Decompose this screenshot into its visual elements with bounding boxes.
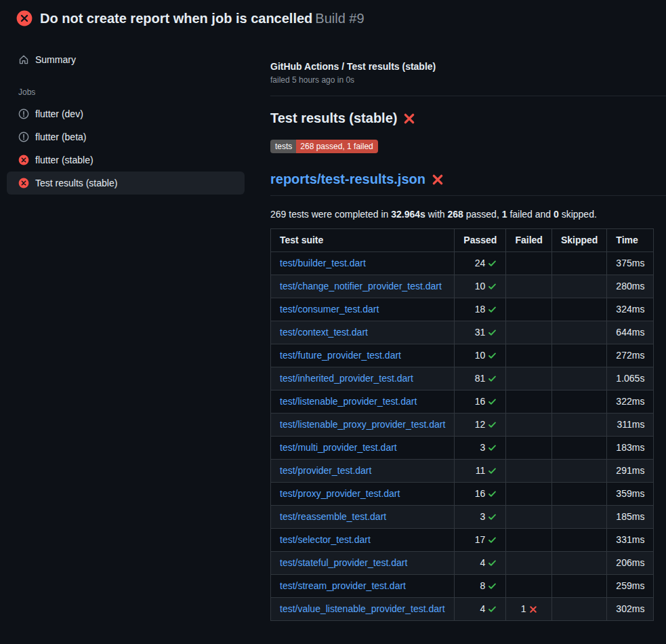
skipped-cell [551, 552, 606, 575]
badge-value: 268 passed, 1 failed [296, 140, 377, 153]
check-icon [488, 374, 497, 383]
sidebar-item-summary[interactable]: Summary [7, 48, 245, 71]
suite-cell: test/builder_test.dart [271, 252, 455, 275]
sidebar-item-test-results-stable[interactable]: Test results (stable) [7, 172, 245, 195]
suite-link[interactable]: test/change_notifier_provider_test.dart [280, 281, 442, 291]
table-row: test/reassemble_test.dart 3 185ms [271, 506, 654, 529]
sidebar-item-flutter-beta[interactable]: flutter (beta) [7, 125, 245, 148]
time-cell: 272ms [607, 344, 654, 367]
badge-label: tests [270, 140, 296, 153]
sidebar-item-label: Test results (stable) [35, 178, 117, 188]
check-icon [488, 328, 497, 337]
failed-cell [506, 252, 551, 275]
table-row: test/inherited_provider_test.dart 81 1.0… [271, 367, 654, 390]
failed-cell [506, 367, 551, 390]
time-cell: 280ms [607, 275, 654, 298]
failed-count: 1 [521, 602, 526, 616]
passed-cell: 12 [455, 414, 506, 437]
passed-count: 16 [475, 395, 486, 409]
failed-cell [506, 437, 551, 460]
col-header-time: Time [607, 229, 654, 252]
suite-cell: test/future_provider_test.dart [271, 344, 455, 367]
suite-link[interactable]: test/stream_provider_test.dart [280, 580, 406, 591]
check-icon [488, 605, 497, 613]
suite-link[interactable]: test/provider_test.dart [280, 465, 371, 476]
passed-cell: 10 [455, 344, 506, 367]
suite-link[interactable]: test/stateful_provider_test.dart [280, 557, 407, 568]
build-title: Do not create report when job is cancell… [40, 11, 312, 26]
table-row: test/change_notifier_provider_test.dart … [271, 275, 654, 298]
suite-link[interactable]: test/future_provider_test.dart [280, 350, 401, 361]
passed-count: 3 [480, 510, 486, 524]
report-title: reports/test-results.json [270, 172, 666, 196]
suite-link[interactable]: test/proxy_provider_test.dart [280, 488, 400, 499]
skipped-cell [551, 321, 606, 344]
skipped-cell [551, 298, 606, 321]
table-row: test/selector_test.dart 17 331ms [271, 529, 654, 552]
table-row: test/proxy_provider_test.dart 16 359ms [271, 483, 654, 506]
page-title: Do not create report when job is cancell… [40, 11, 365, 26]
suite-cell: test/inherited_provider_test.dart [271, 367, 455, 390]
suite-link[interactable]: test/context_test.dart [280, 327, 368, 338]
table-row: test/multi_provider_test.dart 3 183ms [271, 437, 654, 460]
neutral-status-icon [18, 108, 29, 119]
suite-link[interactable]: test/inherited_provider_test.dart [280, 373, 413, 384]
skipped-cell [551, 367, 606, 390]
summary-line: 269 tests were completed in 32.964s with… [270, 209, 666, 220]
job-report-main: GitHub Actions / Test results (stable) f… [251, 36, 666, 621]
red-x-icon [529, 605, 537, 613]
table-row: test/provider_test.dart 11 291ms [271, 460, 654, 483]
suite-link[interactable]: test/reassemble_test.dart [280, 511, 386, 522]
passed-cell: 24 [455, 252, 506, 275]
check-icon [488, 559, 497, 567]
check-icon [488, 420, 497, 429]
suite-link[interactable]: test/listenable_provider_test.dart [280, 396, 417, 407]
passed-cell: 17 [455, 529, 506, 552]
suite-cell: test/stateful_provider_test.dart [271, 552, 455, 575]
check-icon [488, 443, 497, 452]
passed-cell: 3 [455, 437, 506, 460]
section-title-text: Test results (stable) [270, 110, 397, 126]
section-title: Test results (stable) [270, 110, 666, 126]
sidebar-item-flutter-stable[interactable]: flutter (stable) [7, 148, 245, 172]
time-cell: 359ms [607, 483, 654, 506]
failed-status-icon [16, 10, 33, 26]
col-header-test-suite: Test suite [271, 229, 455, 252]
skipped-cell [551, 414, 606, 437]
suite-cell: test/proxy_provider_test.dart [271, 483, 455, 506]
report-file-link[interactable]: reports/test-results.json [270, 172, 425, 187]
passed-count: 81 [475, 371, 486, 386]
time-cell: 324ms [607, 298, 654, 321]
suite-cell: test/listenable_provider_test.dart [271, 390, 455, 414]
failed-status-icon [18, 178, 29, 188]
passed-count: 31 [475, 325, 486, 340]
time-cell: 185ms [607, 506, 654, 529]
failed-cell: 1 [506, 598, 551, 621]
suite-link[interactable]: test/builder_test.dart [280, 258, 366, 268]
suite-link[interactable]: test/consumer_test.dart [280, 304, 379, 315]
table-row: test/future_provider_test.dart 10 272ms [271, 344, 654, 367]
col-header-passed: Passed [455, 229, 506, 252]
build-header: Do not create report when job is cancell… [0, 0, 666, 36]
suite-link[interactable]: test/selector_test.dart [280, 534, 371, 545]
check-icon [488, 536, 497, 544]
failed-cell [506, 344, 551, 367]
table-row: test/stateful_provider_test.dart 4 206ms [271, 552, 654, 575]
suite-cell: test/multi_provider_test.dart [271, 437, 455, 460]
skipped-cell [551, 390, 606, 414]
failed-cell [506, 414, 551, 437]
passed-count: 4 [480, 556, 486, 570]
suite-link[interactable]: test/multi_provider_test.dart [280, 442, 397, 453]
build-number: Build #9 [315, 11, 364, 26]
red-x-icon [432, 174, 444, 186]
suite-link[interactable]: test/value_listenable_provider_test.dart [280, 603, 445, 614]
skipped-cell [551, 460, 606, 483]
failed-cell [506, 321, 551, 344]
sidebar-item-label: flutter (beta) [35, 132, 86, 142]
check-icon [488, 305, 497, 314]
suite-cell: test/change_notifier_provider_test.dart [271, 275, 455, 298]
suite-link[interactable]: test/listenable_proxy_provider_test.dart [280, 419, 445, 430]
sidebar-item-flutter-dev[interactable]: flutter (dev) [7, 102, 245, 125]
suite-cell: test/listenable_proxy_provider_test.dart [271, 414, 455, 437]
suite-cell: test/stream_provider_test.dart [271, 575, 455, 598]
